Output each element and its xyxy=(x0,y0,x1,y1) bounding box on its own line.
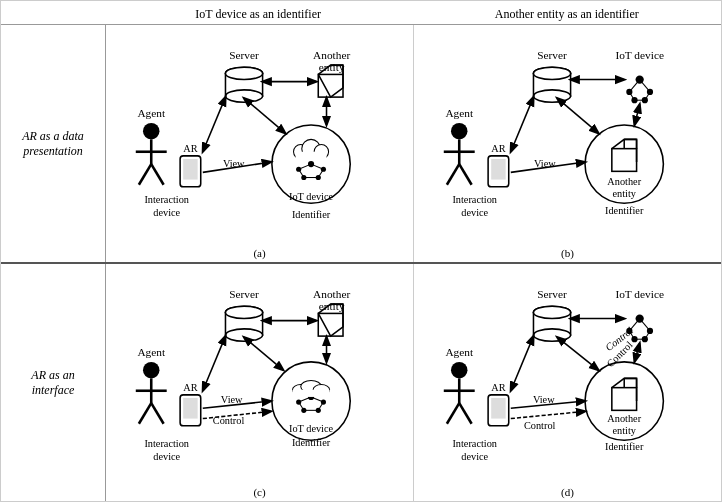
svg-point-89 xyxy=(225,329,262,341)
svg-line-126 xyxy=(244,337,283,370)
svg-text:device: device xyxy=(153,451,180,462)
svg-text:IoT device: IoT device xyxy=(289,191,334,202)
svg-line-14 xyxy=(139,164,151,185)
svg-text:Agent: Agent xyxy=(137,107,166,119)
svg-text:IoT device: IoT device xyxy=(615,49,664,61)
svg-text:entity: entity xyxy=(612,425,636,436)
svg-rect-7 xyxy=(318,74,343,97)
svg-rect-93 xyxy=(318,313,343,336)
svg-text:Another: Another xyxy=(607,413,641,424)
svg-text:Identifier: Identifier xyxy=(292,437,331,448)
svg-line-170 xyxy=(635,343,640,362)
svg-line-82 xyxy=(557,98,598,133)
svg-rect-104 xyxy=(183,398,197,419)
svg-line-152 xyxy=(447,403,459,424)
svg-rect-121 xyxy=(292,390,329,397)
svg-text:Another: Another xyxy=(313,288,350,300)
row-label-1: AR as a datapresentation xyxy=(1,25,106,262)
svg-text:device: device xyxy=(153,207,180,218)
svg-text:Interaction: Interaction xyxy=(144,438,189,449)
svg-point-3 xyxy=(225,90,262,102)
svg-rect-18 xyxy=(183,159,197,180)
diagram-a-svg: Server Another entity xyxy=(110,29,409,258)
caption-b: (b) xyxy=(561,247,574,259)
svg-text:AR: AR xyxy=(491,143,505,154)
svg-point-62 xyxy=(451,123,467,139)
svg-point-90 xyxy=(225,306,262,318)
svg-text:Server: Server xyxy=(229,288,259,300)
svg-line-167 xyxy=(511,336,534,391)
svg-point-4 xyxy=(225,67,262,79)
content-rows: AR as a datapresentation Server Another xyxy=(1,24,721,501)
svg-text:Control: Control xyxy=(213,415,245,426)
diagram-d-svg: Server IoT device xyxy=(418,268,717,497)
main-container: IoT device as an identifier Another enti… xyxy=(0,0,722,502)
svg-text:Another: Another xyxy=(607,176,641,187)
svg-line-80 xyxy=(511,97,534,152)
svg-text:Interaction: Interaction xyxy=(452,194,497,205)
svg-text:Identifier: Identifier xyxy=(605,205,644,216)
svg-text:Agent: Agent xyxy=(137,346,166,358)
header-col2: Another entity as an identifier xyxy=(412,7,721,22)
row-label-2: AR as aninterface xyxy=(1,264,106,501)
svg-text:View: View xyxy=(223,158,245,169)
svg-text:AR: AR xyxy=(491,382,505,393)
header-col1: IoT device as an identifier xyxy=(104,7,413,22)
svg-text:Agent: Agent xyxy=(445,107,474,119)
svg-text:Server: Server xyxy=(537,288,567,300)
svg-line-83 xyxy=(635,104,640,125)
svg-text:Identifier: Identifier xyxy=(292,209,331,220)
svg-point-48 xyxy=(533,90,570,102)
diagram-cell-c: Server Another entity Agent xyxy=(106,264,413,501)
svg-line-57 xyxy=(640,80,650,92)
caption-d: (d) xyxy=(561,486,574,498)
diagram-cell-d: Server IoT device xyxy=(413,264,721,501)
diagram-c-svg: Server Another entity Agent xyxy=(110,268,409,497)
svg-text:Another: Another xyxy=(313,49,350,61)
svg-line-39 xyxy=(203,97,226,152)
svg-text:Agent: Agent xyxy=(445,346,474,358)
svg-line-174 xyxy=(511,411,585,418)
svg-rect-69 xyxy=(491,159,505,180)
svg-line-153 xyxy=(459,403,471,424)
diagram-cell-a: Server Another entity xyxy=(106,25,413,262)
header-row: IoT device as an identifier Another enti… xyxy=(1,1,721,24)
svg-point-49 xyxy=(533,67,570,79)
svg-line-56 xyxy=(629,80,639,92)
svg-rect-160 xyxy=(612,388,637,411)
svg-text:AR: AR xyxy=(183,143,197,154)
svg-line-65 xyxy=(447,164,459,185)
svg-point-136 xyxy=(533,306,570,318)
svg-line-101 xyxy=(151,403,163,424)
svg-line-66 xyxy=(459,164,471,185)
svg-text:View: View xyxy=(533,394,555,405)
svg-text:IoT device: IoT device xyxy=(289,423,334,434)
svg-line-124 xyxy=(203,336,226,391)
svg-rect-26 xyxy=(296,152,327,162)
section-row-1: AR as a datapresentation Server Another xyxy=(1,24,721,262)
caption-a: (a) xyxy=(253,247,265,259)
caption-c: (c) xyxy=(253,486,265,498)
svg-rect-156 xyxy=(491,398,505,419)
svg-text:Control: Control xyxy=(524,420,556,431)
svg-text:entity: entity xyxy=(612,188,636,199)
svg-line-41 xyxy=(244,98,285,133)
svg-text:Interaction: Interaction xyxy=(452,438,497,449)
svg-text:device: device xyxy=(461,207,488,218)
svg-line-15 xyxy=(151,164,163,185)
section-row-2: AR as aninterface Server Another entity xyxy=(1,262,721,501)
svg-text:Server: Server xyxy=(537,49,567,61)
svg-rect-73 xyxy=(612,149,637,172)
diagrams-area-1: Server Another entity xyxy=(106,25,721,262)
svg-text:Interaction: Interaction xyxy=(144,194,189,205)
svg-point-149 xyxy=(451,362,467,378)
svg-text:device: device xyxy=(461,451,488,462)
svg-point-11 xyxy=(143,123,159,139)
diagram-b-svg: Server IoT device xyxy=(418,29,717,258)
svg-line-169 xyxy=(557,337,598,370)
svg-line-100 xyxy=(139,403,151,424)
diagram-cell-b: Server IoT device xyxy=(413,25,721,262)
svg-text:View: View xyxy=(221,394,243,405)
svg-point-135 xyxy=(533,329,570,341)
svg-text:Identifier: Identifier xyxy=(605,441,644,452)
